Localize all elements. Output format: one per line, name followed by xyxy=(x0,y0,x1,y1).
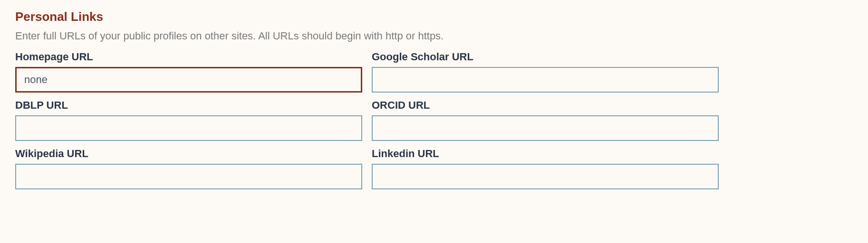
wikipedia-field: Wikipedia URL xyxy=(15,148,362,189)
linkedin-label: Linkedin URL xyxy=(372,148,719,160)
orcid-label: ORCID URL xyxy=(372,99,719,112)
google-scholar-input[interactable] xyxy=(372,67,719,93)
orcid-field: ORCID URL xyxy=(372,99,719,141)
personal-links-form: Homepage URL Google Scholar URL DBLP URL… xyxy=(15,51,719,189)
google-scholar-field: Google Scholar URL xyxy=(372,51,719,93)
dblp-input[interactable] xyxy=(15,115,362,141)
homepage-label: Homepage URL xyxy=(15,51,362,63)
section-title: Personal Links xyxy=(15,9,853,24)
linkedin-input[interactable] xyxy=(372,164,719,189)
dblp-field: DBLP URL xyxy=(15,99,362,141)
homepage-input[interactable] xyxy=(15,67,362,93)
wikipedia-input[interactable] xyxy=(15,164,362,189)
linkedin-field: Linkedin URL xyxy=(372,148,719,189)
google-scholar-label: Google Scholar URL xyxy=(372,51,719,63)
orcid-input[interactable] xyxy=(372,115,719,141)
dblp-label: DBLP URL xyxy=(15,99,362,112)
wikipedia-label: Wikipedia URL xyxy=(15,148,362,160)
homepage-field: Homepage URL xyxy=(15,51,362,93)
section-description: Enter full URLs of your public profiles … xyxy=(15,30,853,42)
